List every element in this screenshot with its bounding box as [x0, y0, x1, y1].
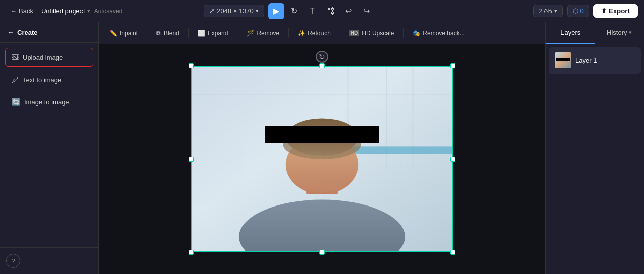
- expand-icon: ⬜: [198, 30, 205, 37]
- text-image-icon: 🖊: [12, 76, 19, 84]
- blend-button[interactable]: ⧉ Blend: [151, 27, 184, 39]
- svg-point-11: [299, 170, 346, 192]
- remove-back-label: Remove back...: [423, 30, 464, 37]
- sidebar-bottom: ?: [0, 247, 98, 274]
- office-background: [192, 67, 452, 251]
- zoom-control[interactable]: 27% ▾: [533, 5, 562, 17]
- inpaint-button[interactable]: ✏️ Inpaint: [105, 27, 143, 39]
- topbar-left: ← Back Untitled project ▾ Autosaved: [6, 5, 122, 17]
- project-name[interactable]: Untitled project ▾: [41, 7, 90, 15]
- sidebar-item-label: Image to image: [24, 98, 69, 106]
- topbar-center: ⤢ 2048 × 1370 ▾ ▶ ↻ T ⛓ ↩ ↪: [204, 3, 375, 19]
- undo-button[interactable]: ↩: [341, 3, 357, 19]
- chevron-down-icon: ▾: [554, 8, 557, 14]
- tab-history[interactable]: History ▾: [595, 22, 645, 44]
- canvas-dimensions: 2048 × 1370: [217, 7, 254, 15]
- chevron-down-icon: ▾: [87, 8, 90, 14]
- panel-header: Layers History ▾: [546, 22, 644, 44]
- tool-group: ▶ ↻ T ⛓ ↩ ↪: [268, 3, 375, 19]
- handle-top-left[interactable]: [189, 63, 194, 68]
- expand-button[interactable]: ⬜ Expand: [193, 27, 233, 39]
- retouch-label: Retouch: [308, 30, 331, 37]
- topbar-right: 27% ▾ ⬡ 0 ⬆ Export: [533, 4, 637, 18]
- remove-button[interactable]: 🪄 Remove: [242, 27, 284, 39]
- text-tool-button[interactable]: T: [304, 3, 320, 19]
- transform-tool-button[interactable]: ↻: [286, 3, 302, 19]
- question-icon: ?: [11, 257, 15, 265]
- back-label: Back: [19, 7, 33, 15]
- layer-thumb-bar: [556, 58, 570, 61]
- sidebar-item-image-to-image[interactable]: 🔄 Image to image: [5, 92, 93, 111]
- blend-label: Blend: [164, 30, 179, 37]
- handle-middle-right[interactable]: [450, 157, 455, 162]
- right-panel: Layers History ▾ Layer 1: [545, 22, 644, 274]
- sidebar-items: 🖼 Upload image 🖊 Text to image 🔄 Image t…: [0, 43, 98, 247]
- link-tool-button[interactable]: ⛓: [323, 3, 339, 19]
- credit-badge: ⬡ 0: [567, 5, 589, 17]
- hd-upscale-button[interactable]: HD HD Upscale: [344, 27, 399, 39]
- remove-icon: 🪄: [247, 30, 254, 37]
- history-tab-label: History: [607, 29, 627, 36]
- retouch-button[interactable]: ✨ Retouch: [293, 27, 336, 39]
- layer-name: Layer 1: [575, 57, 597, 64]
- main-layout: ← Create 🖼 Upload image 🖊 Text to image …: [0, 22, 644, 274]
- privacy-bar: [265, 126, 379, 143]
- handle-top-right[interactable]: [450, 63, 455, 68]
- separator: [288, 28, 289, 38]
- credit-icon: ⬡: [573, 7, 578, 15]
- hd-label: HD: [349, 30, 359, 36]
- back-arrow-icon: ←: [10, 7, 17, 15]
- handle-top-middle[interactable]: [319, 63, 325, 68]
- sidebar-header: ← Create: [0, 22, 98, 43]
- image-preview: [192, 67, 452, 251]
- remove-back-button[interactable]: 🎭 Remove back...: [408, 27, 469, 39]
- sidebar-item-upload-image[interactable]: 🖼 Upload image: [5, 48, 93, 67]
- canvas-size-control[interactable]: ⤢ 2048 × 1370 ▾: [204, 5, 264, 17]
- sidebar-item-label: Text to image: [23, 76, 61, 84]
- image-container[interactable]: ↻: [191, 66, 453, 252]
- back-button[interactable]: ← Back: [6, 5, 37, 17]
- image-image-icon: 🔄: [12, 98, 20, 106]
- inpaint-label: Inpaint: [120, 30, 138, 37]
- separator: [147, 28, 147, 38]
- topbar: ← Back Untitled project ▾ Autosaved ⤢ 20…: [0, 0, 644, 22]
- retouch-icon: ✨: [298, 30, 305, 37]
- export-label: Export: [609, 7, 630, 15]
- handle-bottom-left[interactable]: [189, 250, 194, 255]
- handle-middle-left[interactable]: [189, 157, 194, 162]
- chevron-down-icon: ▾: [256, 8, 259, 14]
- hd-upscale-label: HD Upscale: [362, 30, 394, 37]
- upload-icon: 🖼: [12, 53, 19, 61]
- layers-tab-label: Layers: [560, 29, 580, 36]
- zoom-value: 27%: [539, 7, 552, 15]
- separator: [340, 28, 340, 38]
- create-icon: ←: [7, 28, 14, 36]
- sidebar: ← Create 🖼 Upload image 🖊 Text to image …: [0, 22, 99, 274]
- rotate-handle[interactable]: ↻: [316, 51, 328, 63]
- separator: [188, 28, 189, 38]
- inpaint-icon: ✏️: [110, 30, 117, 37]
- export-button[interactable]: ⬆ Export: [593, 4, 638, 18]
- expand-label: Expand: [208, 30, 228, 37]
- edit-toolbar: ✏️ Inpaint ⧉ Blend ⬜ Expand 🪄 Remove ✨ R…: [99, 22, 545, 44]
- autosaved-status: Autosaved: [94, 8, 123, 15]
- tab-layers[interactable]: Layers: [546, 22, 595, 44]
- credit-count: 0: [580, 7, 584, 15]
- canvas-area[interactable]: ↻: [99, 44, 545, 274]
- handle-bottom-right[interactable]: [450, 250, 455, 255]
- select-tool-button[interactable]: ▶: [268, 3, 284, 19]
- redo-button[interactable]: ↪: [359, 3, 375, 19]
- resize-icon: ⤢: [209, 7, 215, 15]
- image-frame: [191, 66, 453, 252]
- project-title: Untitled project: [41, 7, 85, 15]
- help-button[interactable]: ?: [6, 254, 20, 268]
- sidebar-item-text-to-image[interactable]: 🖊 Text to image: [5, 70, 93, 89]
- handle-bottom-middle[interactable]: [319, 250, 325, 255]
- export-icon: ⬆: [601, 7, 607, 15]
- separator: [403, 28, 404, 38]
- remove-back-icon: 🎭: [413, 30, 420, 37]
- layer-item[interactable]: Layer 1: [549, 47, 641, 74]
- remove-label: Remove: [257, 30, 279, 37]
- chevron-down-icon: ▾: [629, 29, 632, 36]
- sidebar-title: Create: [17, 29, 37, 36]
